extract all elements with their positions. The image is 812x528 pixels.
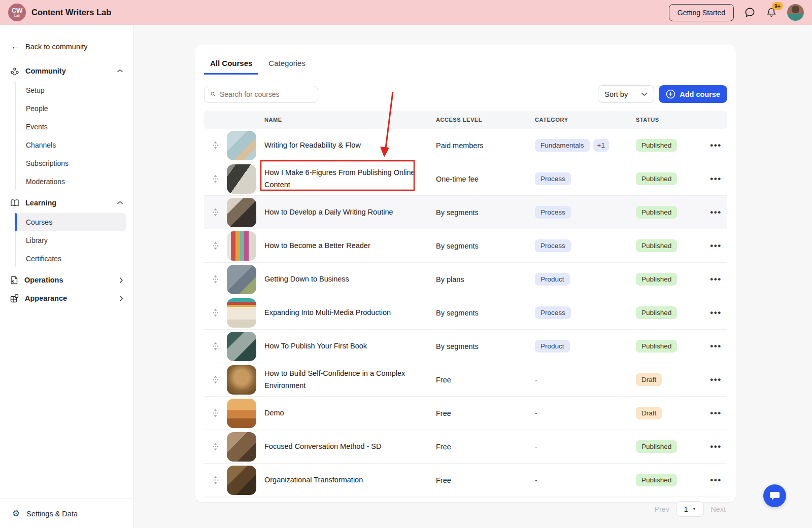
row-menu-button[interactable]: ••• <box>705 274 726 285</box>
table-row[interactable]: How To Publish Your First Book By segmen… <box>204 330 727 363</box>
chevron-down-icon <box>641 92 648 96</box>
drag-handle-icon[interactable] <box>204 309 227 316</box>
course-thumbnail <box>227 298 256 328</box>
pagination-prev[interactable]: Prev <box>654 505 669 513</box>
drag-handle-icon[interactable] <box>204 208 227 216</box>
course-name[interactable]: Expanding Into Multi-Media Production <box>264 307 436 319</box>
course-name[interactable]: How I Make 6-Figures From Publishing Onl… <box>264 167 436 190</box>
sidebar-section-community[interactable]: Community <box>10 63 123 79</box>
status-badge: Published <box>636 306 677 319</box>
sidebar-item-setup[interactable]: Setup <box>0 81 133 99</box>
row-menu-button[interactable]: ••• <box>705 341 726 351</box>
table-row[interactable]: How to Develop a Daily Writing Routine B… <box>204 196 727 229</box>
chevron-right-icon <box>119 295 123 302</box>
row-menu-button[interactable]: ••• <box>705 241 726 251</box>
drag-handle-icon[interactable] <box>204 142 227 149</box>
table-row[interactable]: Focused Conversation Method - SD Free - … <box>204 430 727 464</box>
tab-all-courses[interactable]: All Courses <box>204 56 258 75</box>
category-extra-badge: +1 <box>593 139 609 152</box>
category-badge: Process <box>535 239 571 252</box>
status-badge: Published <box>636 440 677 453</box>
search-input[interactable] <box>220 90 312 98</box>
sidebar-item-courses[interactable]: Courses <box>15 213 126 231</box>
course-name[interactable]: Getting Down to Business <box>264 273 436 285</box>
sidebar-item-moderations[interactable]: Moderations <box>0 172 133 191</box>
drag-handle-icon[interactable] <box>204 409 227 417</box>
status-badge: Published <box>636 239 677 252</box>
notification-count-badge: 9+ <box>772 2 783 10</box>
course-search[interactable] <box>204 86 318 103</box>
drag-handle-icon[interactable] <box>204 443 227 450</box>
row-menu-button[interactable]: ••• <box>705 207 726 218</box>
row-menu-button[interactable]: ••• <box>705 442 726 452</box>
sidebar-section-appearance[interactable]: Appearance <box>10 290 123 306</box>
sidebar-item-events[interactable]: Events <box>0 118 133 136</box>
pagination-page-select[interactable]: 1 ▼ <box>676 501 704 517</box>
table-row[interactable]: Organizational Transformation Free - Pub… <box>204 464 727 497</box>
drag-handle-icon[interactable] <box>204 476 227 484</box>
drag-handle-icon[interactable] <box>204 342 227 350</box>
sidebar-item-channels[interactable]: Channels <box>0 136 133 154</box>
row-menu-button[interactable]: ••• <box>705 140 726 151</box>
messages-icon[interactable] <box>744 7 756 18</box>
course-thumbnail <box>227 231 256 261</box>
sidebar-item-library[interactable]: Library <box>0 231 133 250</box>
table-row[interactable]: How to Become a Better Reader By segment… <box>204 229 727 263</box>
pagination-next[interactable]: Next <box>710 505 726 513</box>
sidebar-item-certificates[interactable]: Certificates <box>0 250 133 268</box>
course-name[interactable]: Focused Conversation Method - SD <box>264 441 436 452</box>
row-menu-button[interactable]: ••• <box>705 174 726 184</box>
table-row[interactable]: How to Build Self-Confidence in a Comple… <box>204 363 727 397</box>
course-name[interactable]: How To Publish Your First Book <box>264 340 436 352</box>
tab-categories[interactable]: Categories <box>262 56 312 75</box>
sidebar-section-learning[interactable]: Learning <box>10 195 123 211</box>
table-row[interactable]: Writing for Readability & Flow Paid memb… <box>204 129 727 162</box>
drag-handle-icon[interactable] <box>204 242 227 250</box>
row-menu-button[interactable]: ••• <box>705 475 726 485</box>
sidebar-item-people[interactable]: People <box>0 99 133 118</box>
gear-icon: ⚙ <box>12 509 20 518</box>
table-header: Name Access level Category Status <box>204 111 727 129</box>
back-to-community-link[interactable]: ← Back to community <box>11 42 123 51</box>
add-course-button[interactable]: Add course <box>659 85 727 103</box>
user-avatar[interactable] <box>787 4 804 21</box>
table-row[interactable]: Demo Free - Draft ••• <box>204 397 727 430</box>
category-empty: - <box>535 443 537 451</box>
col-category: Category <box>535 117 636 123</box>
status-badge: Published <box>636 340 677 353</box>
plus-circle-icon <box>666 89 675 99</box>
category-empty: - <box>535 476 537 484</box>
course-access-level: By segments <box>436 342 535 350</box>
community-logo: CW Lab <box>8 4 26 21</box>
chat-bubble-icon <box>769 491 780 501</box>
course-name[interactable]: Writing for Readability & Flow <box>264 139 436 151</box>
getting-started-button[interactable]: Getting Started <box>669 4 734 21</box>
course-name[interactable]: How to Build Self-Confidence in a Comple… <box>264 368 436 391</box>
table-row[interactable]: Getting Down to Business By plans Produc… <box>204 263 727 296</box>
drag-handle-icon[interactable] <box>204 175 227 183</box>
drag-handle-icon[interactable] <box>204 376 227 383</box>
row-menu-button[interactable]: ••• <box>705 375 726 385</box>
table-row[interactable]: How I Make 6-Figures From Publishing Onl… <box>204 162 727 196</box>
settings-and-data-link[interactable]: ⚙ Settings & Data <box>0 499 133 528</box>
notifications-bell-icon[interactable]: 9+ <box>766 7 777 18</box>
course-name[interactable]: Organizational Transformation <box>264 474 436 486</box>
course-access-level: Paid members <box>436 142 535 150</box>
category-badge: Product <box>535 273 570 286</box>
chat-widget-button[interactable] <box>763 484 786 507</box>
sort-by-dropdown[interactable]: Sort by <box>598 85 654 103</box>
status-badge: Published <box>636 172 677 185</box>
course-thumbnail <box>227 131 256 160</box>
sidebar-item-subscriptions[interactable]: Subscriptions <box>0 154 133 172</box>
course-name[interactable]: How to Develop a Daily Writing Routine <box>264 206 436 218</box>
table-row[interactable]: Expanding Into Multi-Media Production By… <box>204 296 727 330</box>
course-name[interactable]: How to Become a Better Reader <box>264 240 436 252</box>
back-label: Back to community <box>25 43 88 51</box>
operations-label: Operations <box>24 276 63 284</box>
row-menu-button[interactable]: ••• <box>705 408 726 418</box>
drag-handle-icon[interactable] <box>204 275 227 283</box>
sidebar-section-operations[interactable]: Operations <box>10 272 123 288</box>
chevron-right-icon <box>119 277 123 284</box>
row-menu-button[interactable]: ••• <box>705 308 726 318</box>
course-name[interactable]: Demo <box>264 407 436 419</box>
